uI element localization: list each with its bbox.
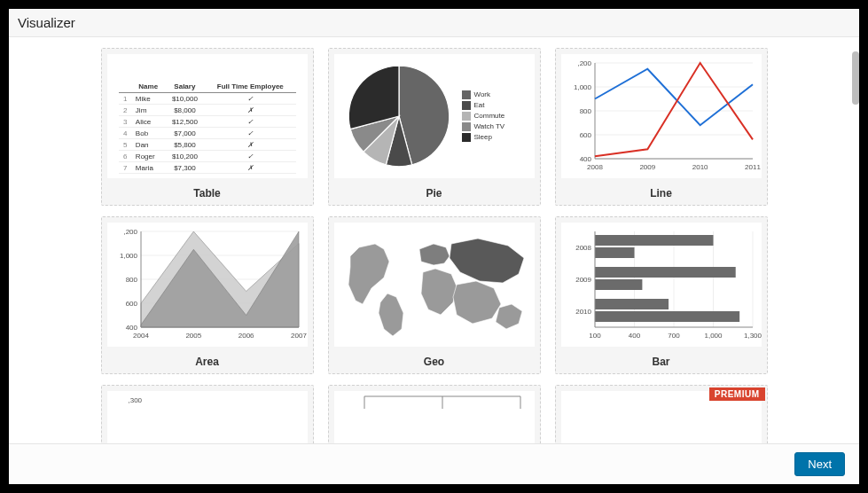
svg-text:1,000: 1,000 — [573, 83, 591, 91]
preview-line: 4006008001,000,2002008200920102011 — [561, 54, 762, 178]
chart-option-partial-2[interactable] — [328, 385, 541, 443]
preview-table: Name Salary Full Time Employee 1Mike$10,… — [107, 54, 308, 178]
preview-bar: 1004007001,0001,300200820092010 — [561, 223, 762, 347]
svg-rect-46 — [595, 267, 736, 278]
svg-text:800: 800 — [579, 107, 591, 115]
svg-text:2004: 2004 — [133, 332, 149, 340]
svg-text:1,000: 1,000 — [119, 252, 137, 260]
svg-rect-47 — [595, 279, 642, 290]
card-label: Line — [556, 182, 767, 205]
card-label: Area — [102, 350, 313, 373]
svg-text:2008: 2008 — [575, 244, 591, 252]
card-label: Pie — [329, 182, 540, 205]
chart-option-area[interactable]: 4006008001,000,2002004200520062007 Area — [101, 216, 314, 374]
svg-rect-43 — [595, 235, 714, 246]
page-title: Visualizer — [9, 9, 859, 37]
svg-text:1,000: 1,000 — [704, 332, 723, 340]
premium-badge: PREMIUM — [709, 387, 765, 401]
svg-text:2006: 2006 — [238, 332, 254, 340]
svg-text:,200: ,200 — [577, 59, 591, 67]
chart-option-bar[interactable]: 1004007001,0001,300200820092010 Bar — [555, 216, 768, 374]
card-label: Table — [102, 182, 313, 205]
chart-option-pie[interactable]: WorkEatCommuteWatch TVSleep Pie — [328, 48, 541, 206]
svg-text:2008: 2008 — [587, 163, 603, 171]
chart-option-line[interactable]: 4006008001,000,2002008200920102011 Line — [555, 48, 768, 206]
svg-rect-50 — [595, 311, 739, 322]
svg-text:2007: 2007 — [291, 332, 307, 340]
table-preview: Name Salary Full Time Employee 1Mike$10,… — [119, 81, 296, 174]
svg-text:700: 700 — [668, 332, 680, 340]
svg-text:2005: 2005 — [185, 332, 201, 340]
svg-text:2011: 2011 — [745, 163, 761, 171]
next-button[interactable]: Next — [794, 452, 845, 476]
svg-text:600: 600 — [125, 300, 137, 308]
chart-option-partial-1[interactable]: ,300 — [101, 385, 314, 443]
svg-text:400: 400 — [628, 332, 640, 340]
visualizer-dialog: Visualizer Name Salary Full Time Employe… — [9, 9, 859, 484]
svg-rect-44 — [595, 247, 635, 258]
dialog-footer: Next — [9, 443, 859, 484]
chart-option-geo[interactable]: Geo — [328, 216, 541, 374]
preview-pie: WorkEatCommuteWatch TVSleep — [334, 54, 535, 178]
svg-text:,200: ,200 — [123, 228, 137, 236]
svg-text:1,300: 1,300 — [743, 332, 761, 340]
preview-area: 4006008001,000,2002004200520062007 — [107, 223, 308, 347]
svg-text:2010: 2010 — [575, 308, 591, 316]
svg-text:100: 100 — [589, 332, 601, 340]
svg-text:2009: 2009 — [639, 163, 655, 171]
svg-text:2009: 2009 — [575, 276, 591, 284]
svg-text:400: 400 — [579, 155, 591, 163]
chart-option-partial-3[interactable]: PREMIUM — [555, 385, 768, 443]
chart-option-table[interactable]: Name Salary Full Time Employee 1Mike$10,… — [101, 48, 314, 206]
chart-type-picker: Name Salary Full Time Employee 1Mike$10,… — [9, 37, 859, 443]
card-label: Bar — [556, 350, 767, 373]
svg-text:600: 600 — [579, 131, 591, 139]
svg-rect-49 — [595, 299, 669, 309]
preview-geo — [334, 223, 535, 347]
svg-text:2010: 2010 — [692, 163, 708, 171]
card-label: Geo — [329, 350, 540, 373]
svg-text:800: 800 — [125, 276, 137, 284]
svg-text:400: 400 — [125, 324, 137, 332]
